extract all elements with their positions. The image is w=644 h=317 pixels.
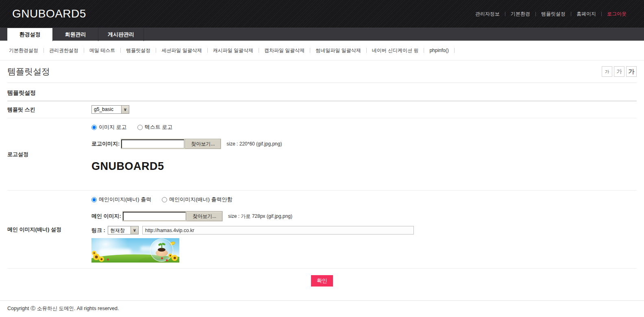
- logo-type-text-radio[interactable]: [137, 125, 143, 130]
- subnav-mail-test[interactable]: 메일 테스트: [84, 47, 120, 54]
- logo-file-input[interactable]: [121, 139, 184, 148]
- banner-output-on-radio[interactable]: [91, 197, 97, 202]
- banner-image-file-row: 메인 이미지: 찾아보기... size : 가로 728px (gif.jpg…: [91, 211, 637, 221]
- banner-output-off-option[interactable]: 메인이미지(배너) 출력안함: [162, 196, 232, 203]
- subnav-cache-delete[interactable]: 캐시파일 일괄삭제: [208, 47, 259, 54]
- subnav-admin-rights[interactable]: 관리권한설정: [44, 47, 84, 54]
- header-link-homepage[interactable]: 홈페이지: [571, 11, 601, 17]
- header-utility-links: 관리자정보 기본환경 템플릿설정 홈페이지 로그아웃: [470, 11, 632, 17]
- template-skin-value: g5_basic: [92, 106, 121, 113]
- logo-browse-button[interactable]: 찾아보기...: [185, 139, 221, 149]
- font-size-small-button[interactable]: 가: [602, 66, 612, 77]
- header-link-template-config[interactable]: 템플릿설정: [536, 11, 571, 17]
- section-heading: 템플릿설정: [7, 89, 637, 101]
- logo-type-image-radio[interactable]: [91, 125, 97, 130]
- banner-file-input[interactable]: [123, 212, 186, 221]
- sub-navigation: 기본환경설정 관리권한설정 메일 테스트 템플릿설정 세션파일 일괄삭제 캐시파…: [0, 41, 644, 61]
- banner-sprout: [161, 244, 162, 248]
- header-link-basic-config[interactable]: 기본환경: [505, 11, 535, 17]
- banner-sunflower: [99, 256, 104, 262]
- page-footer: Copyright ⓒ 소유하신 도메인. All rights reserve…: [0, 300, 644, 317]
- logo-image-label: 로고이미지:: [91, 140, 120, 148]
- copyright-text: Copyright ⓒ 소유하신 도메인. All rights reserve…: [7, 305, 637, 312]
- logo-settings-row: 로고설정 이미지 로고 텍스트 로고 로고이미지: 찾아보기... size :: [7, 118, 637, 191]
- banner-size-hint: size : 가로 728px (gif.jpg,png): [228, 213, 292, 220]
- subnav-basic-env[interactable]: 기본환경설정: [7, 47, 44, 54]
- banner-red-flower: [161, 257, 163, 259]
- logo-type-text-option[interactable]: 텍스트 로고: [137, 124, 173, 131]
- banner-output-on-option[interactable]: 메인이미지(배너) 출력: [91, 196, 151, 203]
- logo-type-radios: 이미지 로고 텍스트 로고: [91, 124, 637, 131]
- page-title: 템플릿설정: [7, 66, 50, 77]
- banner-file-input-group: 찾아보기...: [122, 211, 223, 221]
- banner-sunflower: [172, 255, 178, 261]
- logo-settings-label: 로고설정: [7, 151, 91, 158]
- tab-member-management[interactable]: 회원관리: [53, 28, 98, 41]
- banner-red-flower: [107, 258, 109, 261]
- subnav-session-delete[interactable]: 세션파일 일괄삭제: [156, 47, 207, 54]
- font-size-medium-button[interactable]: 가: [614, 66, 624, 77]
- divider: [454, 48, 455, 53]
- header-link-admin-info[interactable]: 관리자정보: [470, 11, 505, 17]
- banner-link-target-select[interactable]: 현재창 ∨: [108, 226, 139, 234]
- chevron-down-icon: ∨: [121, 106, 129, 113]
- template-skin-select[interactable]: g5_basic ∨: [91, 105, 129, 114]
- banner-sunflower: [168, 254, 172, 258]
- subnav-captcha-delete[interactable]: 캡차파일 일괄삭제: [259, 47, 310, 54]
- subnav-phpinfo[interactable]: phpinfo(): [424, 48, 454, 53]
- banner-link-url-input[interactable]: [142, 226, 414, 234]
- template-skin-label: 템플릿 스킨: [7, 106, 91, 113]
- banner-link-label: 링크 :: [91, 227, 105, 234]
- banner-sunflower: [92, 251, 96, 255]
- logo-size-hint: size : 220*60 (gif.jpg,png): [226, 141, 282, 147]
- chevron-down-icon: ∨: [131, 226, 138, 234]
- banner-output-off-radio[interactable]: [162, 197, 167, 202]
- main-content: 템플릿설정 가 가 가 템플릿설정 템플릿 스킨 g5_basic ∨ 로고설정…: [0, 61, 644, 294]
- subnav-template-config[interactable]: 템플릿설정: [121, 47, 156, 54]
- font-size-large-button[interactable]: 가: [626, 66, 637, 77]
- banner-link-target-value: 현재창: [108, 226, 131, 234]
- logo-file-input-group: 찾아보기...: [121, 139, 221, 149]
- banner-link-row: 링크 : 현재창 ∨: [91, 226, 637, 234]
- header-link-logout[interactable]: 로그아웃: [602, 11, 632, 17]
- banner-image-label: 메인 이미지:: [91, 213, 121, 220]
- banner-settings-row: 메인 이미지(배너) 설정 메인이미지(배너) 출력 메인이미지(배너) 출력안…: [7, 191, 637, 269]
- template-skin-row: 템플릿 스킨 g5_basic ∨: [7, 101, 637, 118]
- banner-browse-button[interactable]: 찾아보기...: [187, 211, 222, 221]
- top-header: GNUBOARD5 관리자정보 기본환경 템플릿설정 홈페이지 로그아웃: [0, 0, 644, 28]
- tab-environment-settings[interactable]: 환경설정: [7, 28, 53, 41]
- logo-image-file-row: 로고이미지: 찾아보기... size : 220*60 (gif.jpg,pn…: [91, 139, 637, 149]
- app-logo: GNUBOARD5: [12, 7, 86, 20]
- page-title-row: 템플릿설정 가 가 가: [7, 61, 637, 83]
- tab-board-management[interactable]: 게시판관리: [98, 28, 144, 41]
- logo-type-image-option[interactable]: 이미지 로고: [91, 124, 127, 131]
- banner-red-flower: [166, 259, 168, 261]
- subnav-naver-syndication[interactable]: 네이버 신디케이션 핑: [367, 47, 424, 54]
- logo-preview-image: GNUBOARD5: [91, 160, 637, 173]
- main-tabbar: 환경설정 회원관리 게시판관리: [0, 28, 644, 41]
- banner-soil: [158, 248, 165, 252]
- banner-output-radios: 메인이미지(배너) 출력 메인이미지(배너) 출력안함: [91, 196, 637, 203]
- banner-preview-image: [91, 238, 179, 263]
- banner-settings-label: 메인 이미지(배너) 설정: [7, 226, 91, 233]
- confirm-button[interactable]: 확인: [311, 275, 333, 287]
- subnav-thumbnail-delete[interactable]: 썸네일파일 일괄삭제: [310, 47, 366, 54]
- submit-row: 확인: [7, 269, 637, 294]
- font-size-controls: 가 가 가: [602, 66, 637, 77]
